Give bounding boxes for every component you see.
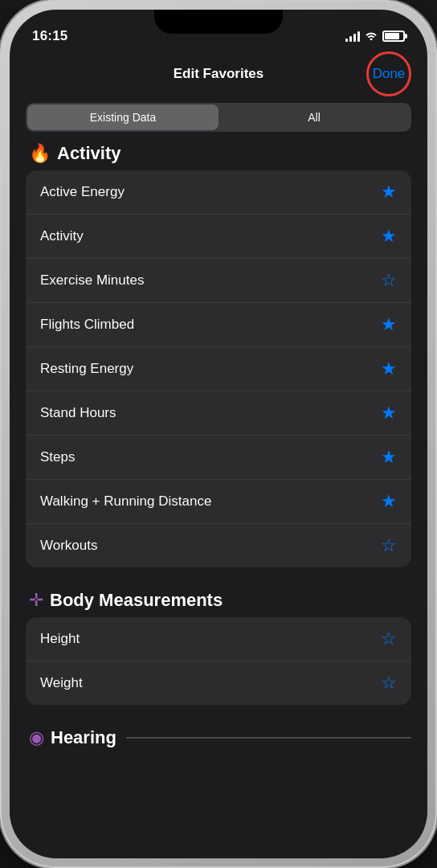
list-item[interactable]: Walking + Running Distance <box>26 480 411 524</box>
nav-bar: Edit Favorites Done <box>10 51 427 96</box>
phone-screen: 16:15 Edit Favorites <box>10 10 427 858</box>
item-label: Height <box>40 631 80 647</box>
body-measurements-section: ✛ Body Measurements Height Weight <box>26 590 411 705</box>
hearing-divider <box>126 737 411 739</box>
segment-all[interactable]: All <box>218 104 410 130</box>
star-icon[interactable] <box>381 226 397 247</box>
activity-section-title: Activity <box>57 143 120 164</box>
star-icon[interactable] <box>381 270 397 291</box>
signal-icon <box>345 31 360 42</box>
hearing-section: ◉ Hearing <box>26 727 411 764</box>
segment-control: Existing Data All <box>26 103 411 132</box>
phone-frame: 16:15 Edit Favorites <box>0 0 437 868</box>
star-icon[interactable] <box>381 628 397 649</box>
star-icon[interactable] <box>381 182 397 203</box>
segment-container: Existing Data All <box>10 96 427 143</box>
scroll-content[interactable]: 🔥 Activity Active Energy Activity Exerci… <box>10 143 427 858</box>
item-label: Stand Hours <box>40 405 116 421</box>
done-button-circle: Done <box>366 51 411 96</box>
body-section-title: Body Measurements <box>50 590 223 611</box>
list-item[interactable]: Steps <box>26 436 411 480</box>
list-item[interactable]: Flights Climbed <box>26 303 411 347</box>
star-icon[interactable] <box>381 403 397 424</box>
star-icon[interactable] <box>381 358 397 379</box>
list-item[interactable]: Weight <box>26 661 411 705</box>
body-icon: ✛ <box>29 590 43 611</box>
star-icon[interactable] <box>381 447 397 468</box>
body-section-header: ✛ Body Measurements <box>26 590 411 611</box>
status-icons <box>345 30 405 43</box>
hearing-icon: ◉ <box>29 727 44 748</box>
list-item[interactable]: Active Energy <box>26 170 411 215</box>
activity-section: 🔥 Activity Active Energy Activity Exerci… <box>26 143 411 567</box>
list-item[interactable]: Resting Energy <box>26 347 411 391</box>
list-item[interactable]: Exercise Minutes <box>26 259 411 303</box>
list-item[interactable]: Stand Hours <box>26 391 411 436</box>
nav-title: Edit Favorites <box>174 66 263 82</box>
done-button-wrapper[interactable]: Done <box>366 51 411 96</box>
item-label: Resting Energy <box>40 361 133 377</box>
activity-icon: 🔥 <box>29 143 51 164</box>
list-item[interactable]: Workouts <box>26 524 411 567</box>
wifi-icon <box>365 30 378 43</box>
body-list: Height Weight <box>26 617 411 705</box>
item-label: Weight <box>40 675 83 691</box>
item-label: Walking + Running Distance <box>40 493 211 510</box>
status-time: 16:15 <box>32 28 67 44</box>
battery-icon <box>382 31 405 42</box>
segment-existing-data[interactable]: Existing Data <box>27 104 218 130</box>
done-button[interactable]: Done <box>373 66 406 82</box>
item-label: Activity <box>40 228 84 244</box>
item-label: Active Energy <box>40 184 125 200</box>
item-label: Steps <box>40 449 75 465</box>
list-item[interactable]: Activity <box>26 215 411 259</box>
star-icon[interactable] <box>381 673 397 694</box>
star-icon[interactable] <box>381 314 397 335</box>
item-label: Exercise Minutes <box>40 272 144 289</box>
list-item[interactable]: Height <box>26 617 411 661</box>
hearing-title: Hearing <box>51 727 116 748</box>
activity-list: Active Energy Activity Exercise Minutes … <box>26 170 411 567</box>
notch <box>154 10 283 34</box>
item-label: Flights Climbed <box>40 317 134 333</box>
item-label: Workouts <box>40 538 98 554</box>
activity-section-header: 🔥 Activity <box>26 143 411 164</box>
star-icon[interactable] <box>381 491 397 512</box>
star-icon[interactable] <box>381 535 397 556</box>
